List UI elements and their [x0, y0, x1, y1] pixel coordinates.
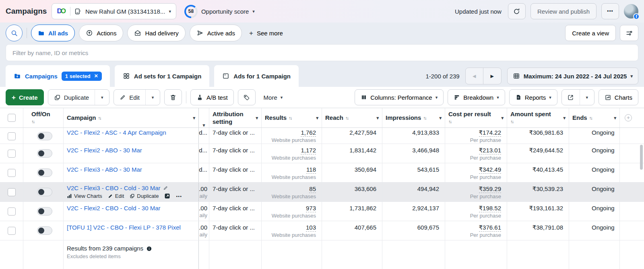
filter-caret-icon: ▾ [203, 123, 205, 127]
tab-ads[interactable]: Ads for 1 Campaign [214, 65, 299, 87]
row-checkbox[interactable] [8, 188, 16, 196]
ends-value: Ongoing [572, 146, 616, 154]
info-icon[interactable] [146, 246, 152, 252]
row-checkbox[interactable] [8, 150, 16, 158]
ad-account-icon [74, 8, 82, 15]
view-settings-button[interactable] [620, 25, 638, 41]
edit-button[interactable]: Edit [114, 90, 145, 105]
filter-input[interactable] [6, 44, 638, 61]
more-menu-button[interactable]: More ▾ [260, 94, 287, 101]
create-view-button[interactable]: Create a view [565, 25, 616, 41]
tab-adsets[interactable]: Ad sets for 1 Campaign [115, 65, 210, 87]
header-cost-per-result[interactable]: Cost per result↑↓ ▾ [445, 108, 507, 127]
header-impressions[interactable]: Impressions↑↓ ▾ [382, 108, 445, 127]
tab-campaigns[interactable]: Campaigns 1 selected ✕ [6, 65, 110, 87]
ab-test-button[interactable]: A/B test [190, 89, 234, 105]
campaign-toggle[interactable] [37, 168, 52, 177]
impressions-value: 4,913,833 [412, 129, 439, 136]
duplicate-action[interactable]: Duplicate [130, 193, 159, 199]
export-dropdown[interactable]: ▾ [580, 90, 594, 105]
tag-icon [243, 94, 250, 101]
header-off-on[interactable]: Off/On↑↓ [23, 108, 64, 127]
filter-pill-actions[interactable]: Actions [79, 25, 123, 41]
rename-pencil-icon[interactable] [163, 185, 168, 191]
campaign-link[interactable]: V2C - Flexi2 - CBO - Cold - 30 Mar [67, 204, 195, 212]
duplicate-dropdown[interactable]: ▾ [95, 90, 109, 105]
header-campaign[interactable]: Campaign ↑↓ ▾ [64, 108, 199, 127]
search-icon [10, 29, 18, 37]
reports-button[interactable]: Reports ▾ [509, 89, 557, 105]
folder-icon [38, 30, 45, 37]
header-amount-spent[interactable]: Amount spent↑↓ ▾ [507, 108, 569, 127]
prev-page-button[interactable]: ◀ [466, 68, 483, 84]
row-checkbox[interactable] [8, 169, 16, 177]
charts-button[interactable]: Charts [599, 89, 638, 105]
duplicate-button[interactable]: Duplicate [48, 90, 95, 105]
attribution-setting: 7-day click or ... [213, 224, 258, 231]
create-button[interactable]: + Create [6, 89, 44, 105]
send-icon [196, 29, 204, 37]
folder-arrow-icon [14, 72, 21, 80]
header-budget-truncated[interactable]: ▾ [199, 108, 209, 127]
campaign-link[interactable]: V2C - Flexi2 - ASC - 4 Apr Campaign [67, 129, 195, 136]
account-selector[interactable]: DO New Rahul GM (331341318... ▾ [52, 3, 176, 19]
select-all-checkbox[interactable] [8, 114, 16, 122]
date-range-selector[interactable]: Maximum: 24 Jun 2022 - 24 Jul 2025 ▾ [507, 68, 638, 84]
open-in-new-action[interactable] [164, 193, 170, 199]
campaign-link[interactable]: V2C - Flexi3 - CBO - Cold - 30 Mar [67, 184, 195, 192]
table-row-hovered: V2C - Flexi3 - CBO - Cold - 30 Mar View … [0, 183, 644, 202]
campaign-link[interactable]: [TOFU 1] V2C - CBO - Flexi LP - 378 Pixe… [67, 224, 195, 231]
sort-icon: ↑↓ [98, 114, 101, 121]
delete-button[interactable] [164, 89, 182, 105]
export-button[interactable] [562, 90, 580, 105]
see-more-button[interactable]: + See more [246, 30, 286, 37]
tag-button[interactable] [238, 89, 256, 105]
filter-caret-icon[interactable]: ▾ [191, 116, 195, 120]
campaign-link[interactable]: V2C - Flexi3 - ABO - 30 Mar [67, 166, 195, 173]
campaign-toggle[interactable] [37, 226, 52, 235]
filter-pill-had-delivery[interactable]: Had delivery [127, 25, 185, 41]
filter-pill-active-ads[interactable]: Active ads [190, 25, 242, 41]
amount-spent-value: ₹193,161.32 [529, 204, 563, 212]
row-checkbox[interactable] [8, 227, 16, 235]
header-add-column[interactable]: + [620, 108, 644, 127]
table-row: V2C - Flexi3 - ABO - 30 Mar d... 7-day c… [0, 163, 644, 183]
more-options-button[interactable]: ••• [601, 3, 619, 19]
attribution-setting: 7-day click or ... [213, 146, 258, 154]
opportunity-score[interactable]: 58 Opportunity score ▾ [184, 5, 255, 18]
header-reach[interactable]: Reach↑↓ ▾ [322, 108, 382, 127]
envelope-icon [134, 29, 141, 37]
breakdown-button[interactable]: Breakdown ▾ [448, 89, 505, 105]
search-button[interactable] [6, 25, 23, 41]
next-page-button[interactable]: ▶ [483, 68, 501, 84]
columns-button[interactable]: Columns: Performance ▾ [355, 89, 444, 105]
header-attribution[interactable]: Attributionsetting ▾ [209, 108, 262, 127]
edit-action[interactable]: Edit [108, 193, 124, 199]
refresh-button[interactable] [508, 3, 526, 19]
campaign-toggle[interactable] [37, 132, 52, 140]
avatar[interactable]: f [624, 4, 638, 18]
campaign-toggle[interactable] [37, 207, 52, 216]
amount-spent-value: ₹306,981.63 [529, 129, 563, 136]
campaign-toggle[interactable] [37, 149, 52, 158]
row-checkbox[interactable] [8, 132, 16, 140]
results-value: 1,762 [301, 129, 316, 137]
review-and-publish-button[interactable]: Review and publish [530, 3, 597, 19]
facebook-badge-icon: f [633, 13, 640, 20]
filter-pill-all-ads[interactable]: All ads [31, 25, 75, 41]
selected-badge[interactable]: 1 selected ✕ [62, 72, 102, 81]
header-results[interactable]: Results↑↓ ▾ [262, 108, 322, 127]
cost-per-result-value: ₹342.49 [479, 166, 501, 174]
row-checkbox[interactable] [8, 207, 16, 216]
header-ends[interactable]: Ends↑↓ ▾ [569, 108, 620, 127]
cost-per-result-value: ₹198.52 [479, 204, 501, 212]
campaign-toggle[interactable] [37, 188, 52, 196]
vertical-scrollbar[interactable] [640, 145, 643, 170]
edit-dropdown[interactable]: ▾ [145, 90, 160, 105]
row-more-button[interactable]: ••• [176, 194, 182, 199]
close-icon[interactable]: ✕ [94, 73, 98, 79]
attribution-setting: 7-day click or ... [213, 185, 258, 193]
campaign-link[interactable]: V2C - Flexi2 - ABO - 30 Mar [67, 146, 195, 154]
view-charts-action[interactable]: View Charts [67, 193, 102, 199]
table-row: V2C - Flexi2 - ASC - 4 Apr Campaign d...… [0, 128, 644, 144]
